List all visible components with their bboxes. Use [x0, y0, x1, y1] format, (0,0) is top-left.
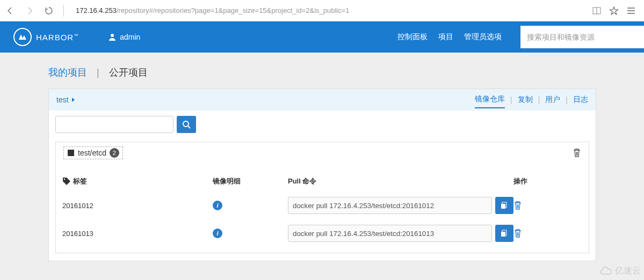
search-icon [182, 120, 191, 129]
divider: | [97, 67, 99, 78]
caret-right-icon [71, 97, 76, 102]
svg-rect-11 [501, 204, 505, 209]
repo-search-button[interactable] [177, 116, 196, 133]
forward-icon[interactable] [25, 6, 34, 16]
delete-tag-button[interactable] [513, 229, 578, 238]
copy-button[interactable] [495, 225, 513, 242]
repo-header: test/etcd 2 [56, 142, 589, 164]
svg-rect-13 [501, 232, 505, 237]
table-row: 20161013 i [58, 219, 587, 247]
reading-icon[interactable] [592, 6, 602, 16]
logo[interactable]: HARBOR™ [13, 28, 78, 46]
url-bar[interactable]: 172.16.4.253/repository#/repositories?pa… [74, 4, 582, 17]
layers-icon [67, 149, 75, 157]
copy-icon [501, 202, 508, 209]
trash-icon [573, 148, 581, 158]
page-body: 我的项目 | 公开项目 test 镜像仓库 | 复制 | 用户 | 日志 [0, 53, 644, 280]
header-detail: 镜像明细 [213, 176, 288, 186]
header-tag: 标签 [62, 176, 213, 186]
header-nav: 控制面板 项目 管理员选项 [397, 26, 644, 48]
tag-value: 20161013 [62, 230, 213, 238]
repo-search-row [49, 110, 596, 138]
pull-command-input[interactable] [288, 225, 492, 242]
tag-count-badge: 2 [110, 148, 119, 158]
svg-line-7 [188, 126, 190, 128]
subtab-repos[interactable]: 镜像仓库 [475, 94, 505, 108]
delete-tag-button[interactable] [513, 201, 578, 210]
repo-name: test/etcd [78, 149, 106, 157]
breadcrumb-project: test [56, 95, 69, 104]
url-host: 172.16.4.253 [76, 6, 117, 14]
watermark: 亿速云 [599, 266, 641, 277]
trash-icon [513, 201, 522, 210]
app-header: HARBOR™ admin 控制面板 项目 管理员选项 [0, 21, 644, 53]
tab-my-projects[interactable]: 我的项目 [48, 66, 87, 79]
project-crumb: test 镜像仓库 | 复制 | 用户 | 日志 [49, 89, 596, 110]
header-pull: Pull 命令 [288, 176, 513, 186]
repo-detail: test/etcd 2 标签 镜像明细 Pull 命令 [55, 142, 589, 253]
svg-point-6 [183, 121, 189, 127]
tab-public-projects[interactable]: 公开项目 [109, 66, 148, 79]
search-input[interactable] [527, 33, 638, 41]
svg-point-9 [64, 179, 65, 180]
subtab-logs[interactable]: 日志 [573, 95, 588, 105]
nav-dashboard[interactable]: 控制面板 [397, 32, 428, 42]
url-path: /repository#/repositories?page=1&page_si… [117, 6, 350, 14]
cloud-icon [599, 267, 613, 276]
user-menu[interactable]: admin [108, 33, 140, 41]
trash-icon [513, 229, 522, 238]
user-icon [108, 33, 117, 41]
copy-icon [501, 230, 508, 237]
global-search [520, 26, 644, 48]
subtab-replication[interactable]: 复制 [518, 95, 533, 105]
browser-chrome: 172.16.4.253/repository#/repositories?pa… [0, 0, 644, 21]
back-icon[interactable] [5, 6, 15, 16]
project-subtabs: 镜像仓库 | 复制 | 用户 | 日志 [475, 94, 588, 105]
table-row: 20161012 i [58, 191, 587, 219]
copy-button[interactable] [495, 197, 513, 214]
repo-name-chip[interactable]: test/etcd 2 [63, 146, 123, 159]
refresh-icon[interactable] [44, 6, 54, 16]
logo-text: HARBOR™ [36, 33, 78, 42]
tag-value: 20161012 [62, 202, 213, 210]
info-button[interactable]: i [213, 229, 222, 238]
divider [63, 5, 64, 17]
username: admin [120, 33, 140, 41]
repo-search-input[interactable] [55, 116, 173, 133]
logo-icon [13, 28, 32, 46]
breadcrumb[interactable]: test [56, 95, 76, 104]
table-header: 标签 镜像明细 Pull 命令 操作 [58, 171, 587, 191]
info-button[interactable]: i [213, 201, 222, 210]
svg-point-5 [111, 34, 114, 37]
nav-admin[interactable]: 管理员选项 [464, 32, 502, 42]
tag-table: 标签 镜像明细 Pull 命令 操作 20161012 i [56, 164, 589, 253]
pull-command-input[interactable] [288, 197, 492, 214]
tag-icon [62, 177, 71, 186]
nav-projects[interactable]: 项目 [438, 32, 453, 42]
project-panel: test 镜像仓库 | 复制 | 用户 | 日志 [48, 89, 596, 261]
header-ops: 操作 [513, 176, 578, 186]
chrome-right-icons [592, 6, 636, 16]
favorite-icon[interactable] [609, 6, 619, 16]
svg-rect-8 [68, 150, 74, 156]
subtab-users[interactable]: 用户 [545, 95, 560, 105]
delete-repo-button[interactable] [573, 148, 581, 158]
project-tabs: 我的项目 | 公开项目 [48, 66, 644, 79]
menu-icon[interactable] [626, 6, 636, 16]
